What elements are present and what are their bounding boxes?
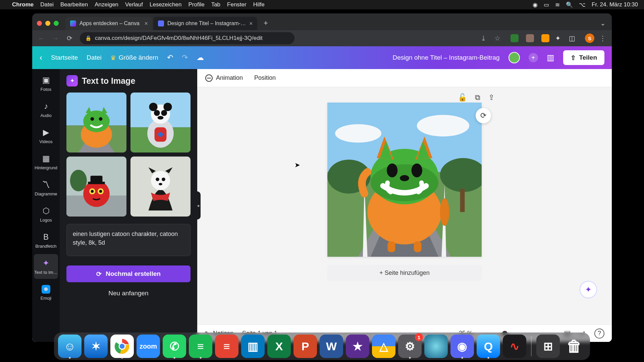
prompt-textarea[interactable]: einen lustigen catoon charakter, catoon … <box>66 224 191 256</box>
svg-rect-42 <box>460 189 465 212</box>
insights-icon[interactable]: ▥ <box>547 53 554 62</box>
dock-discord[interactable]: ◉ <box>450 335 474 358</box>
result-thumbnail[interactable] <box>130 157 191 217</box>
minimize-window-button[interactable] <box>45 21 50 26</box>
magic-fab-button[interactable]: ✦ <box>580 281 597 298</box>
siderail: ▣Fotos ♪Audio ▶Videos ▦Hintergrund 〽Diag… <box>32 69 60 342</box>
user-avatar[interactable] <box>508 52 520 63</box>
spotlight-icon[interactable]: 🔍 <box>566 1 573 8</box>
home-link[interactable]: Startseite <box>51 54 78 61</box>
new-tab-button[interactable]: + <box>260 17 271 29</box>
browser-tab[interactable]: Apps entdecken – Canva × <box>65 17 153 30</box>
add-collaborator-button[interactable]: + <box>529 53 538 62</box>
dock-excel[interactable]: X <box>267 335 291 358</box>
menu-bearbeiten[interactable]: Bearbeiten <box>60 1 88 8</box>
dock-todoist[interactable]: ≡ <box>215 335 238 358</box>
dock-chrome[interactable] <box>110 335 134 358</box>
result-thumbnail[interactable] <box>66 93 126 153</box>
unlock-icon[interactable]: 🔓 <box>458 93 467 102</box>
dock-safari[interactable]: ✶ <box>84 335 108 358</box>
fullscreen-window-button[interactable] <box>54 21 59 26</box>
rail-diagramme[interactable]: 〽Diagramme <box>34 176 58 200</box>
rail-fotos[interactable]: ▣Fotos <box>34 71 58 96</box>
regenerate-button[interactable]: ⟳ Nochmal erstellen <box>66 265 191 282</box>
address-bar[interactable]: 🔒 canva.com/design/DAFeGfv4mD0/8wNhH46Fi… <box>80 32 294 44</box>
dock-quicktime[interactable]: Q <box>477 335 500 358</box>
menu-datei[interactable]: Datei <box>40 1 54 8</box>
extension-icon[interactable] <box>541 34 549 42</box>
dock-trash[interactable]: 🗑 <box>562 335 586 358</box>
crown-icon: ♛ <box>110 54 116 62</box>
record-icon[interactable]: ◉ <box>533 1 538 8</box>
canvas-stage[interactable]: 🔓 ⧉ ⇪ <box>197 87 612 324</box>
rail-hintergrund[interactable]: ▦Hintergrund <box>34 149 58 174</box>
result-thumbnail[interactable] <box>130 93 191 153</box>
back-button[interactable]: ← <box>36 33 47 44</box>
extensions-puzzle-icon[interactable]: ✦ <box>552 33 564 44</box>
tab-overflow-icon[interactable]: ⌄ <box>600 19 606 27</box>
back-arrow-icon[interactable]: ‹ <box>40 53 42 62</box>
help-icon[interactable]: ? <box>594 328 604 339</box>
rail-videos[interactable]: ▶Videos <box>34 123 58 148</box>
dock-powerpoint[interactable]: P <box>293 335 317 358</box>
dock-google-drive[interactable]: △ <box>372 335 395 358</box>
close-tab-icon[interactable]: × <box>249 20 253 27</box>
canvas-page[interactable] <box>327 103 482 257</box>
app-name[interactable]: Chrome <box>12 1 34 8</box>
menu-lesezeichen[interactable]: Lesezeichen <box>150 1 181 8</box>
clock[interactable]: Fr. 24. März 10:30 <box>592 1 638 8</box>
dock-word[interactable]: W <box>320 335 343 358</box>
extension-icon[interactable] <box>511 34 519 42</box>
animation-button[interactable]: Animation <box>205 74 243 82</box>
rail-audio[interactable]: ♪Audio <box>34 97 58 122</box>
rail-logos[interactable]: ⬡Logos <box>34 202 58 227</box>
dock-spotify[interactable]: ≡ <box>189 335 212 358</box>
redo-button[interactable]: ↷ <box>182 53 188 62</box>
regenerate-fab[interactable]: ⟳ <box>476 108 491 123</box>
rail-brandfetch[interactable]: BBrandfetch <box>34 228 58 253</box>
close-window-button[interactable] <box>37 21 42 26</box>
chrome-menu-icon[interactable]: ⋮ <box>597 33 608 44</box>
export-page-icon[interactable]: ⇪ <box>488 93 494 102</box>
sidepanel-icon[interactable]: ◫ <box>566 33 578 44</box>
dock-zoom[interactable]: zoom <box>137 335 160 358</box>
dock-whatsapp[interactable]: ✆ <box>163 335 186 358</box>
dock-finder[interactable]: ☺ <box>58 335 82 358</box>
menu-tab[interactable]: Tab <box>211 1 220 8</box>
reload-button[interactable]: ⟳ <box>64 33 75 44</box>
result-thumbnail[interactable] <box>66 157 126 217</box>
chrome-profile-avatar[interactable]: S <box>585 34 594 43</box>
install-app-icon[interactable]: ⤓ <box>478 33 489 44</box>
dock-voice-memos[interactable]: ∿ <box>503 335 526 358</box>
browser-tab-active[interactable]: Design ohne Titel – Instagram-… × <box>153 17 257 30</box>
close-tab-icon[interactable]: × <box>144 20 148 27</box>
cloud-sync-icon[interactable]: ☁ <box>197 53 204 62</box>
menu-verlauf[interactable]: Verlauf <box>125 1 143 8</box>
rail-emoji[interactable]: ☻Emoji <box>34 280 58 305</box>
document-title[interactable]: Design ohne Titel – Instagram-Beitrag <box>393 54 500 61</box>
start-over-button[interactable]: Neu anfangen <box>66 286 191 301</box>
dock-mission-control[interactable]: ⊞ <box>536 335 560 358</box>
extension-icon[interactable] <box>526 34 534 42</box>
dock-imovie[interactable]: ★ <box>346 335 369 358</box>
dock-trello[interactable]: ▥ <box>241 335 265 358</box>
undo-button[interactable]: ↶ <box>167 53 173 62</box>
position-button[interactable]: Position <box>254 74 276 81</box>
bookmark-star-icon[interactable]: ☆ <box>492 33 503 44</box>
menu-profile[interactable]: Profile <box>188 1 204 8</box>
forward-button[interactable]: → <box>50 33 61 44</box>
rail-text-to-image[interactable]: ✦Text to Im… <box>34 254 58 279</box>
file-menu[interactable]: Datei <box>87 54 101 61</box>
menu-fenster[interactable]: Fenster <box>227 1 247 8</box>
battery-icon[interactable]: ▭ <box>544 1 549 8</box>
resize-button[interactable]: ♛Größe ändern <box>110 54 158 62</box>
wifi-icon[interactable]: ≋ <box>555 1 560 8</box>
share-button[interactable]: ⇧Teilen <box>563 50 605 65</box>
menu-hilfe[interactable]: Hilfe <box>253 1 265 8</box>
duplicate-icon[interactable]: ⧉ <box>475 93 480 102</box>
dock-app-globe[interactable] <box>424 335 448 358</box>
menu-anzeigen[interactable]: Anzeigen <box>95 1 118 8</box>
control-center-icon[interactable]: ⌥ <box>579 1 586 8</box>
add-page-button[interactable]: + Seite hinzufügen <box>327 265 482 281</box>
dock-settings[interactable]: ⚙1 <box>398 335 422 358</box>
